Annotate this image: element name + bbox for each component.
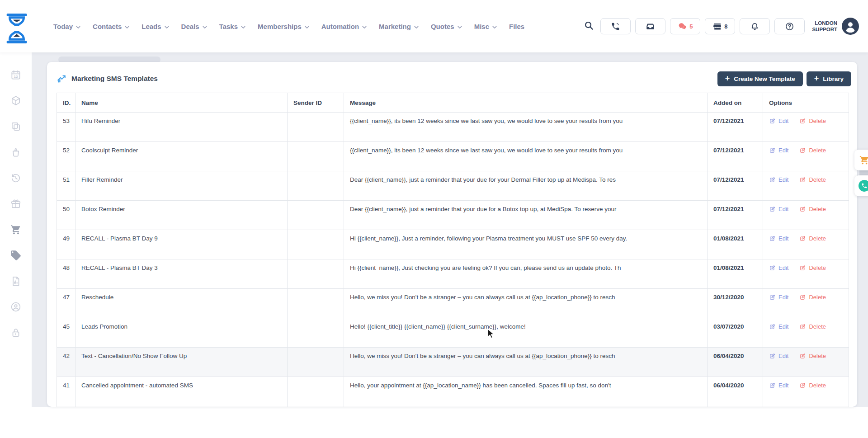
nav-item-misc[interactable]: Misc (474, 23, 497, 30)
pencil-square-icon (799, 382, 806, 389)
library-button[interactable]: + Library (807, 71, 851, 86)
delete-link-label: Delete (809, 323, 826, 330)
floating-whatsapp-button[interactable] (854, 175, 868, 196)
edit-link[interactable]: Edit (769, 323, 788, 330)
app-logo-hourglass-icon[interactable] (5, 14, 28, 43)
delete-link-label: Delete (809, 382, 826, 389)
sidebar-basket-icon[interactable] (10, 146, 22, 158)
edit-link[interactable]: Edit (769, 353, 788, 359)
table-row: 52Coolsculpt Reminder{{client_name}}, it… (57, 142, 849, 171)
nav-item-memberships[interactable]: Memberships (258, 23, 309, 30)
cell-name: Cancelled appointment - automated SMS (75, 377, 288, 406)
cell-message: {{client_name}}, its been 12 weeks since… (344, 142, 708, 171)
floating-cart-button[interactable] (854, 150, 868, 170)
sidebar-copy-icon[interactable] (10, 121, 22, 132)
sidebar-account-icon[interactable] (10, 301, 22, 313)
avatar[interactable] (842, 18, 859, 35)
delete-link[interactable]: Delete (799, 264, 826, 271)
cell-message: Hello, we miss you! Don't be a stranger … (344, 289, 708, 318)
store-icon (712, 22, 722, 31)
edit-link[interactable]: Edit (769, 264, 788, 271)
delete-link-label: Delete (809, 147, 826, 154)
nav-item-tasks[interactable]: Tasks (219, 23, 245, 30)
nav-item-label: Automation (321, 23, 359, 30)
delete-link[interactable]: Delete (799, 206, 826, 212)
cell-id: 40 (57, 406, 75, 407)
cell-added-on: 03/07/2020 (708, 318, 763, 348)
pencil-square-icon (799, 235, 806, 242)
table-row: 47RescheduleHello, we miss you! Don't be… (57, 289, 849, 318)
search-icon[interactable] (584, 20, 594, 33)
delete-link-label: Delete (809, 264, 826, 271)
phone-button[interactable] (600, 18, 631, 34)
help-button[interactable] (774, 18, 805, 34)
edit-link[interactable]: Edit (769, 147, 788, 154)
cart-orange-icon (859, 155, 868, 165)
sidebar-report-icon[interactable] (10, 275, 22, 287)
delete-link[interactable]: Delete (799, 118, 826, 124)
cell-name: Text - Cancellation/No Show Follow Up (75, 348, 288, 377)
nav-item-automation[interactable]: Automation (321, 23, 367, 30)
nav-item-marketing[interactable]: Marketing (379, 23, 419, 30)
edit-link[interactable]: Edit (769, 382, 788, 389)
cell-added-on: 06/04/2020 (708, 406, 763, 407)
nav-item-leads[interactable]: Leads (142, 23, 169, 30)
cell-name: Coolsculpt Reminder (75, 142, 288, 171)
cell-name: RECALL - Plasma BT Day 3 (75, 259, 288, 289)
col-added-on: Added on (708, 93, 763, 113)
table-row: 48RECALL - Plasma BT Day 3Hi {{client_na… (57, 259, 849, 289)
edit-link-label: Edit (778, 118, 788, 124)
card-header: Marketing SMS Templates + Create New Tem… (47, 62, 857, 89)
create-new-template-button[interactable]: + Create New Template (717, 71, 803, 86)
cell-name: RECALL - Plasma BT Day 9 (75, 230, 288, 259)
chevron-down-icon (165, 23, 169, 30)
chevron-down-icon (305, 23, 309, 30)
cell-message: Hi {{client_name}}, Just checking you ar… (344, 259, 708, 289)
chevron-down-icon (414, 23, 419, 30)
sidebar-calendar-icon[interactable]: 12 (10, 69, 22, 81)
delete-link[interactable]: Delete (799, 382, 826, 389)
delete-link-label: Delete (809, 176, 826, 183)
delete-link[interactable]: Delete (799, 176, 826, 183)
pencil-square-icon (799, 353, 806, 359)
nav-item-today[interactable]: Today (53, 23, 80, 30)
cell-id: 41 (57, 377, 75, 406)
cell-message: Hello! {{client_title}} {{client_name}} … (344, 318, 708, 348)
nav-item-contacts[interactable]: Contacts (93, 23, 129, 30)
cell-id: 53 (57, 113, 75, 142)
nav-item-label: Files (509, 23, 524, 30)
table-row: 51Filler ReminderDear {{client_name}}, j… (57, 171, 849, 201)
sidebar-cart-icon[interactable] (10, 224, 22, 235)
badge-count: 8 (724, 23, 727, 30)
edit-link-label: Edit (778, 323, 788, 330)
cell-name: Filler Reminder (75, 171, 288, 201)
delete-link[interactable]: Delete (799, 235, 826, 242)
chevron-down-icon (241, 23, 245, 30)
sidebar-package-icon[interactable] (10, 95, 22, 107)
nav-item-quotes[interactable]: Quotes (431, 23, 462, 30)
edit-link[interactable]: Edit (769, 235, 788, 242)
sidebar-lock-icon[interactable] (10, 327, 22, 339)
edit-link[interactable]: Edit (769, 206, 788, 212)
delete-link[interactable]: Delete (799, 323, 826, 330)
nav-item-files[interactable]: Files (509, 23, 524, 30)
delete-link-label: Delete (809, 294, 826, 301)
nav-item-deals[interactable]: Deals (181, 23, 207, 30)
delete-link[interactable]: Delete (799, 294, 826, 301)
chat-button[interactable]: 5 (670, 18, 700, 34)
edit-link[interactable]: Edit (769, 294, 788, 301)
sidebar-tag-icon[interactable] (10, 250, 22, 261)
inbox-button[interactable] (635, 18, 665, 34)
table-row: 50Botox ReminderDear {{client_name}}, ju… (57, 201, 849, 230)
delete-link[interactable]: Delete (799, 147, 826, 154)
edit-link[interactable]: Edit (769, 176, 788, 183)
bell-button[interactable] (740, 18, 770, 34)
pencil-square-icon (769, 176, 776, 183)
store-button[interactable]: 8 (705, 18, 735, 34)
edit-link[interactable]: Edit (769, 118, 788, 124)
sidebar-history-icon[interactable] (10, 172, 22, 184)
delete-link[interactable]: Delete (799, 353, 826, 359)
cell-name: Reschedule (75, 289, 288, 318)
sidebar-gift-icon[interactable] (10, 198, 22, 210)
main-nav: TodayContactsLeadsDealsTasksMembershipsA… (53, 0, 524, 52)
